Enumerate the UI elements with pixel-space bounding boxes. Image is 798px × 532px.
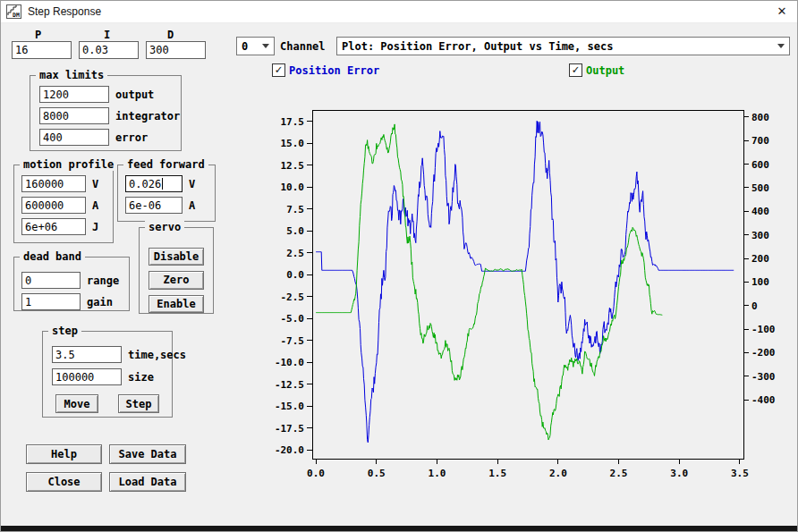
axis-tick-label: 1.5 <box>488 468 506 479</box>
axis-tick-label: -17.5 <box>275 423 304 435</box>
acceleration-label: A <box>92 199 98 212</box>
step-time-label: time,secs <box>128 349 186 361</box>
motion-profile-row-a: A <box>21 197 113 214</box>
axis-tick-label: 12.5 <box>281 160 305 172</box>
velocity-label: V <box>92 178 98 190</box>
axis-tick-label: 2.5 <box>610 468 628 479</box>
step-row-time: time,secs <box>52 346 172 363</box>
titlebar: DM Step Response ✕ <box>1 1 797 23</box>
axis-tick-label: 0.0 <box>307 468 325 479</box>
deadband-range-input[interactable] <box>21 272 81 289</box>
axis-tick-label: 5.0 <box>286 225 304 237</box>
text-caret <box>162 178 163 190</box>
acceleration-input[interactable] <box>21 197 86 214</box>
output-label: Output <box>586 64 624 77</box>
axis-tick-label: 100 <box>751 276 769 288</box>
move-button[interactable]: Move <box>55 394 98 413</box>
axis-tick-label: 7.5 <box>286 204 304 215</box>
dead-band-group: dead band range gain <box>13 257 130 311</box>
jerk-input[interactable] <box>21 218 86 235</box>
checkmark-icon: ✓ <box>276 63 283 75</box>
feed-forward-group: feed forward 0.026 V A <box>117 165 216 222</box>
step-group: step time,secs size Move Step <box>42 331 173 418</box>
axis-tick-label: -100 <box>751 324 776 335</box>
d-label: D <box>167 29 174 41</box>
output-checkbox[interactable]: ✓ <box>569 63 582 77</box>
axis-tick-label: -7.5 <box>281 335 305 347</box>
dead-band-row-gain: gain <box>21 293 129 310</box>
step-time-input[interactable] <box>52 346 122 363</box>
disable-button[interactable]: Disable <box>149 248 204 266</box>
position-error-checkbox[interactable]: ✓ <box>272 63 285 77</box>
close-button[interactable]: Close <box>26 472 102 492</box>
step-button[interactable]: Step <box>118 394 159 413</box>
axis-tick-label: 300 <box>751 230 769 241</box>
axis-tick-label: 3.0 <box>670 468 688 479</box>
channel-label: Channel <box>280 40 326 53</box>
step-size-label: size <box>128 371 154 384</box>
axis-tick-label: -10.0 <box>275 357 304 368</box>
output-limit-label: output <box>115 89 154 101</box>
axis-tick-label: 0 <box>751 300 758 312</box>
screen-bottom-edge <box>1 526 797 532</box>
d-input[interactable] <box>146 41 206 59</box>
axis-tick-label: 15.0 <box>281 138 305 149</box>
feed-forward-group-title: feed forward <box>123 158 208 171</box>
axis-tick-label: 10.0 <box>281 182 305 193</box>
feedforward-v-label: V <box>189 178 195 190</box>
chevron-down-icon <box>258 44 274 48</box>
feedforward-v-value: 0.026 <box>129 178 161 190</box>
axis-tick-label: -200 <box>751 347 776 359</box>
integrator-limit-input[interactable] <box>39 107 109 124</box>
checkmark-icon: ✓ <box>573 63 580 75</box>
save-data-button[interactable]: Save Data <box>109 444 186 464</box>
output-trace <box>316 124 662 440</box>
plot-mode-select[interactable]: Plot: Position Error, Output vs Time, se… <box>336 37 790 55</box>
servo-group-title: servo <box>145 221 184 233</box>
velocity-input[interactable] <box>21 175 86 192</box>
dead-band-row-range: range <box>21 272 129 289</box>
step-group-title: step <box>48 325 81 337</box>
i-label: I <box>104 29 110 41</box>
app-icon: DM <box>6 4 21 19</box>
p-label: P <box>35 29 41 41</box>
axis-tick-label: 2.0 <box>549 468 567 479</box>
feed-forward-row-v: 0.026 V <box>125 175 215 192</box>
zero-button[interactable]: Zero <box>149 271 204 289</box>
enable-button[interactable]: Enable <box>149 295 204 313</box>
integrator-limit-label: integrator <box>115 110 180 122</box>
load-data-button[interactable]: Load Data <box>109 472 186 492</box>
axis-tick-label: -20.0 <box>275 444 304 456</box>
deadband-range-label: range <box>87 274 119 287</box>
axis-tick-label: 400 <box>751 206 769 217</box>
axis-tick-label: 500 <box>751 182 769 194</box>
feedforward-v-input[interactable]: 0.026 <box>125 175 183 192</box>
jerk-label: J <box>92 221 98 233</box>
axis-tick-label: -400 <box>751 394 776 406</box>
axis-tick-label: 0.5 <box>368 468 386 479</box>
step-response-chart: 17.515.012.510.07.55.02.50.0-2.5-5.0-7.5… <box>269 99 798 493</box>
step-response-window: DM Step Response ✕ P I D 0 Channel Plot:… <box>0 0 798 532</box>
error-limit-label: error <box>115 131 148 144</box>
output-limit-input[interactable] <box>39 86 109 103</box>
error-limit-input[interactable] <box>39 129 109 146</box>
max-limits-row-integrator: integrator <box>39 107 181 124</box>
deadband-gain-input[interactable] <box>21 293 81 310</box>
channel-select[interactable]: 0 <box>236 37 275 55</box>
axis-tick-label: 700 <box>751 135 769 147</box>
feedforward-a-input[interactable] <box>125 197 183 214</box>
svg-text:DM: DM <box>13 12 20 19</box>
axis-tick-label: -2.5 <box>281 291 305 303</box>
step-size-input[interactable] <box>52 368 122 385</box>
close-window-button[interactable]: ✕ <box>767 1 797 21</box>
axis-tick-label: -12.5 <box>275 379 304 391</box>
window-title: Step Response <box>28 5 101 18</box>
help-button[interactable]: Help <box>26 444 102 464</box>
feedforward-a-label: A <box>189 199 195 212</box>
deadband-gain-label: gain <box>87 296 113 308</box>
max-limits-group-title: max limits <box>36 69 107 81</box>
axis-tick-label: 600 <box>751 159 769 171</box>
p-input[interactable] <box>12 41 72 59</box>
axis-tick-label: 0.0 <box>286 269 304 281</box>
i-input[interactable] <box>79 41 139 59</box>
